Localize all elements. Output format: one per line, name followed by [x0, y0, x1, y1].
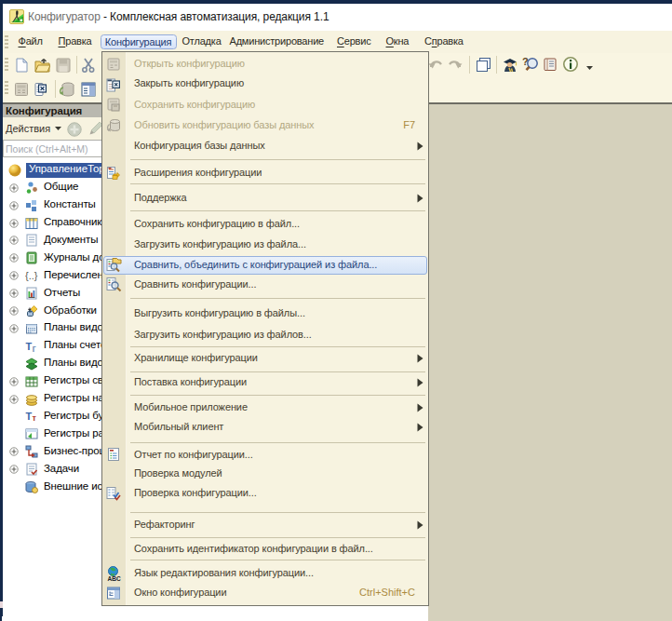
svg-text:г: г: [33, 343, 36, 353]
svg-text:{..}: {..}: [25, 270, 38, 281]
svg-text:T: T: [26, 340, 33, 351]
svg-text:т: т: [33, 413, 37, 423]
svg-text:T: T: [26, 411, 33, 422]
svg-text:ABC: ABC: [108, 575, 121, 582]
